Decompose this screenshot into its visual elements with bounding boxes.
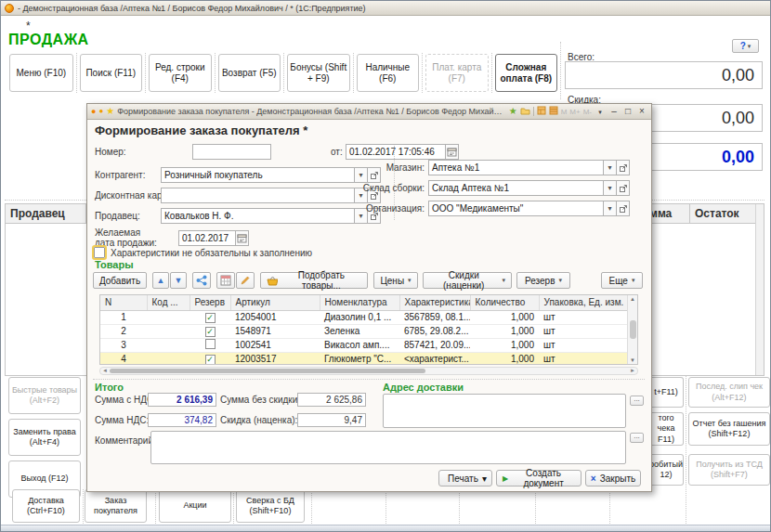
vertical-scrollbar[interactable]: ▲ ▼ <box>627 295 637 364</box>
scroll-up-icon[interactable]: ▲ <box>630 296 635 302</box>
vat-field[interactable]: 374,82 <box>148 413 216 427</box>
pos-button-3[interactable]: Ред. строки (F4) <box>149 54 212 92</box>
more-button[interactable]: Еще▾ <box>601 272 643 289</box>
pos-button-4[interactable]: Возврат (F5) <box>218 54 281 92</box>
calendar-icon[interactable] <box>236 230 249 246</box>
grid-icon[interactable] <box>549 106 558 117</box>
cell-qty: 1,000 <box>470 338 539 352</box>
organization-input[interactable]: ООО "Медикаменты" <box>428 201 604 216</box>
goods-header-cell[interactable]: Резерв <box>189 295 230 310</box>
chevron-down-icon[interactable]: ▾ <box>604 180 617 196</box>
partial-button-1[interactable]: t+F11) <box>649 377 684 408</box>
goods-header-cell[interactable]: Номенклатура <box>320 295 399 310</box>
minimize-button[interactable]: – <box>608 107 620 116</box>
create-document-button[interactable]: ▶ Создать документ <box>496 470 582 487</box>
help-button[interactable]: ? ▾ <box>732 39 759 53</box>
customer-order-button[interactable]: Заказ покупателя <box>85 489 147 523</box>
goods-header-cell[interactable]: Упаковка, Ед. изм. <box>539 295 629 310</box>
pos-button-8[interactable]: Сложная оплата (F8) <box>495 54 558 92</box>
favorite-star-icon[interactable]: ★ <box>106 107 114 116</box>
report-no-clearing-button[interactable]: Отчет без гашения (Shift+F12) <box>688 412 770 446</box>
add-favorite-icon[interactable]: ★ <box>509 107 517 116</box>
main-titlebar: - Демонстрационная база /Аптека №1 / Бор… <box>1 1 770 16</box>
goods-header-cell[interactable]: Количество <box>470 295 539 310</box>
share-structure-button[interactable] <box>192 272 211 289</box>
comment-ellipsis-button[interactable]: ... <box>630 433 644 443</box>
open-icon[interactable] <box>617 160 630 175</box>
reserve-checkbox[interactable]: ✓ <box>205 355 216 365</box>
app-window: - Демонстрационная база /Аптека №1 / Бор… <box>0 0 771 532</box>
pos-button-2[interactable]: Поиск (F11) <box>80 54 143 92</box>
goods-header-cell[interactable]: Артикул <box>230 295 320 310</box>
pos-button-1[interactable]: Меню (F10) <box>9 54 73 92</box>
goods-header-cell[interactable]: Характеристика <box>399 295 470 310</box>
catalog-scrollbar[interactable] <box>755 204 764 375</box>
add-row-button[interactable]: Добавить <box>93 272 147 289</box>
goods-row[interactable]: 2✓1548971Зеленка6785, 29.08.2...1,000шт <box>100 324 629 338</box>
list-settings-button[interactable] <box>216 272 235 289</box>
seller-input[interactable]: Ковальков Н. Ф. <box>161 208 355 224</box>
scroll-thumb[interactable] <box>630 320 636 339</box>
pos-button-5[interactable]: Бонусы (Shift + F9) <box>287 54 350 92</box>
discount-markup-field[interactable]: 9,47 <box>297 413 366 427</box>
partial-button-2[interactable]: того чека F11) <box>649 412 684 446</box>
scroll-left-icon[interactable]: ◄ <box>102 368 108 374</box>
calendar-icon[interactable] <box>446 144 459 160</box>
goods-row[interactable]: 31002541Викасол амп....857421, 20.09...1… <box>100 338 629 352</box>
memory-plus-button: М+ <box>569 108 580 116</box>
discount-card-input[interactable] <box>161 188 355 203</box>
chevron-down-icon[interactable]: ▾ <box>604 160 617 175</box>
cell-code <box>147 338 189 352</box>
reserve-button[interactable]: Резерв▾ <box>516 272 570 289</box>
chevron-down-icon[interactable]: ▾ <box>595 109 606 115</box>
sum-with-vat-field[interactable]: 2 616,39 <box>148 393 216 407</box>
address-textarea[interactable] <box>383 394 626 428</box>
horizontal-scrollbar[interactable]: ◄ ► <box>99 367 638 375</box>
edit-pencil-button[interactable] <box>236 272 255 289</box>
pos-button-6[interactable]: Наличные (F6) <box>357 54 420 92</box>
scroll-thumb[interactable] <box>110 369 425 373</box>
characteristics-label: Характеристики не обязательны к заполнен… <box>111 245 312 261</box>
move-down-button[interactable]: ▼ <box>170 272 187 289</box>
characteristics-checkbox[interactable] <box>94 247 105 258</box>
discounts-button[interactable]: Скидки (наценки)▾ <box>423 272 512 289</box>
goods-header-cell[interactable]: N <box>100 295 147 310</box>
shop-input[interactable]: Аптека №1 <box>428 160 604 175</box>
change-rights-button[interactable]: Заменить права (Alt+F4) <box>8 419 81 456</box>
close-button[interactable]: × <box>636 107 647 116</box>
print-button[interactable]: Печать ▾ <box>438 470 492 487</box>
pick-goods-button[interactable]: Подобрать товары... <box>260 272 368 289</box>
open-icon[interactable] <box>617 180 630 196</box>
pos-actions-row: Меню (F10)Поиск (F11)Ред. строки (F4)Воз… <box>7 53 560 93</box>
reserve-checkbox[interactable] <box>205 339 216 349</box>
open-icon[interactable] <box>617 201 630 216</box>
chevron-down-icon[interactable]: ▾ <box>604 201 617 216</box>
close-dialog-button[interactable]: × Закрыть <box>585 470 641 487</box>
date-input[interactable]: 01.02.2017 17:05:46 <box>346 144 446 160</box>
address-ellipsis-button[interactable]: ... <box>630 396 644 406</box>
number-input[interactable] <box>192 144 271 160</box>
scroll-right-icon[interactable]: ► <box>630 368 635 374</box>
move-up-button[interactable]: ▲ <box>152 272 169 289</box>
reserve-checkbox[interactable]: ✓ <box>205 327 216 337</box>
promos-button[interactable]: Акции <box>159 489 231 523</box>
table-icon[interactable] <box>537 106 546 117</box>
desired-date-input[interactable]: 01.02.2017 <box>178 230 236 246</box>
warehouse-input[interactable]: Склад Аптека №1 <box>428 180 604 196</box>
folder-icon[interactable] <box>520 107 530 117</box>
delivery-button[interactable]: Доставка (Ctrl+F10) <box>12 489 80 523</box>
goods-row[interactable]: 4✓12003517Глюкометр "С...<характерист...… <box>100 352 629 365</box>
cell-reserve: ✓ <box>189 310 230 324</box>
comment-textarea[interactable] <box>150 431 626 464</box>
counterparty-input[interactable]: Розничный покупатель <box>161 167 355 183</box>
goods-header-cell[interactable]: Код ... <box>147 295 189 310</box>
maximize-button[interactable]: □ <box>622 107 634 116</box>
db-check-button[interactable]: Сверка с БД (Shift+F10) <box>236 489 305 523</box>
sum-no-discount-field[interactable]: 2 625,86 <box>297 393 366 407</box>
prices-button[interactable]: Цены▾ <box>373 272 418 289</box>
help-icon: ? <box>740 41 746 51</box>
reserve-checkbox[interactable]: ✓ <box>205 313 216 323</box>
partial-button-3[interactable]: робитый 12) <box>649 454 684 486</box>
goods-row[interactable]: 1✓12054001Диазолин 0,1 ...3567859, 08.1.… <box>100 310 629 324</box>
scroll-down-icon[interactable]: ▼ <box>630 357 635 363</box>
